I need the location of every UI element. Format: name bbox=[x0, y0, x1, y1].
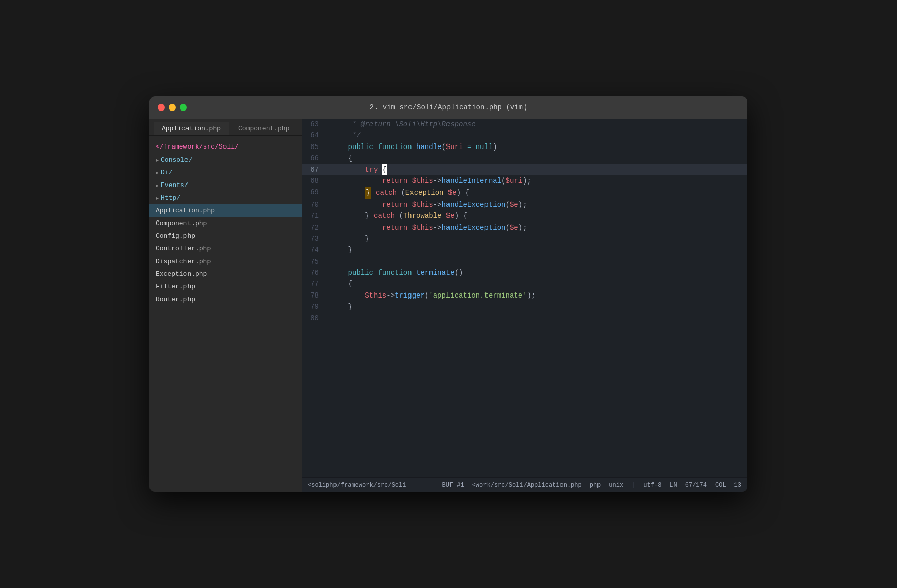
statusbar-sep: | bbox=[631, 482, 635, 489]
line-number: 73 bbox=[302, 233, 327, 244]
line-code: } bbox=[327, 301, 748, 312]
table-row: 69 } catch (Exception $e) { bbox=[302, 187, 748, 199]
table-row: 68 return $this->handleInternal($uri); bbox=[302, 175, 748, 187]
statusbar-encoding: utf-8 bbox=[643, 482, 661, 489]
titlebar: 2. vim src/Soli/Application.php (vim) bbox=[150, 96, 748, 119]
sidebar-file-component[interactable]: Component.php bbox=[150, 217, 302, 230]
line-number: 71 bbox=[302, 210, 327, 222]
sidebar-folder-console[interactable]: ▶ Console/ bbox=[150, 154, 302, 166]
file-label: Controller.php bbox=[156, 245, 211, 252]
sidebar-file-config[interactable]: Config.php bbox=[150, 230, 302, 242]
line-code: } bbox=[327, 233, 748, 244]
line-number: 78 bbox=[302, 290, 327, 301]
line-code: } catch (Exception $e) { bbox=[327, 187, 748, 199]
table-row: 66 { bbox=[302, 153, 748, 164]
code-table: 63 * @return \Soli\Http\Response 64 */ 6… bbox=[302, 119, 748, 324]
statusbar-buf: BUF #1 bbox=[442, 482, 464, 489]
file-tree: </framework/src/Soli/ ▶ Console/ ▶ Di/ ▶… bbox=[150, 136, 302, 492]
statusbar-ln-label: LN bbox=[669, 482, 677, 489]
line-code: public function handle($uri = null) bbox=[327, 141, 748, 153]
line-code: return $this->handleException($e); bbox=[327, 199, 748, 210]
table-row: 76 public function terminate() bbox=[302, 267, 748, 278]
table-row: 80 bbox=[302, 313, 748, 324]
line-number: 70 bbox=[302, 199, 327, 210]
statusbar-left: <soliphp/framework/src/Soli bbox=[308, 482, 406, 489]
line-code: } bbox=[327, 244, 748, 255]
file-label: Application.php bbox=[156, 207, 215, 214]
minimize-button[interactable] bbox=[169, 104, 176, 111]
sidebar-file-application[interactable]: Application.php bbox=[150, 204, 302, 217]
line-number: 77 bbox=[302, 278, 327, 289]
line-code: $this->trigger('application.terminate'); bbox=[327, 290, 748, 301]
table-row: 78 $this->trigger('application.terminate… bbox=[302, 290, 748, 301]
table-row: 77 { bbox=[302, 278, 748, 289]
file-label: Dispatcher.php bbox=[156, 258, 211, 265]
line-number: 68 bbox=[302, 175, 327, 187]
close-button[interactable] bbox=[158, 104, 165, 111]
tab-application-php[interactable]: Application.php bbox=[154, 122, 229, 135]
line-code: */ bbox=[327, 130, 748, 141]
file-label: Router.php bbox=[156, 296, 195, 303]
table-row: 63 * @return \Soli\Http\Response bbox=[302, 119, 748, 130]
sidebar-file-filter[interactable]: Filter.php bbox=[150, 280, 302, 293]
statusbar-filetype: php bbox=[590, 482, 601, 489]
line-number: 69 bbox=[302, 187, 327, 199]
folder-label: Events/ bbox=[161, 181, 189, 189]
line-number: 67 bbox=[302, 164, 327, 175]
line-code: public function terminate() bbox=[327, 267, 748, 278]
table-row: 65 public function handle($uri = null) bbox=[302, 141, 748, 153]
arrow-icon: ▶ bbox=[156, 157, 159, 163]
line-number: 74 bbox=[302, 244, 327, 255]
sidebar-file-dispatcher[interactable]: Dispatcher.php bbox=[150, 255, 302, 268]
line-code: return $this->handleException($e); bbox=[327, 222, 748, 233]
editor-content[interactable]: 63 * @return \Soli\Http\Response 64 */ 6… bbox=[302, 119, 748, 477]
sidebar-file-router[interactable]: Router.php bbox=[150, 293, 302, 306]
traffic-lights bbox=[158, 104, 187, 111]
line-code bbox=[327, 313, 748, 324]
file-label: Config.php bbox=[156, 232, 195, 240]
arrow-icon: ▶ bbox=[156, 195, 159, 201]
line-number: 76 bbox=[302, 267, 327, 278]
maximize-button[interactable] bbox=[180, 104, 187, 111]
sidebar-folder-di[interactable]: ▶ Di/ bbox=[150, 166, 302, 179]
statusbar-right: BUF #1 <work/src/Soli/Application.php ph… bbox=[442, 482, 741, 489]
line-number: 63 bbox=[302, 119, 327, 130]
line-code: return $this->handleInternal($uri); bbox=[327, 175, 748, 187]
sidebar-file-exception[interactable]: Exception.php bbox=[150, 268, 302, 280]
sidebar-path: </framework/src/Soli/ bbox=[150, 140, 302, 154]
line-number: 66 bbox=[302, 153, 327, 164]
sidebar-folder-events[interactable]: ▶ Events/ bbox=[150, 179, 302, 192]
table-row: 74 } bbox=[302, 244, 748, 255]
line-number: 65 bbox=[302, 141, 327, 153]
statusbar: <soliphp/framework/src/Soli BUF #1 <work… bbox=[302, 477, 748, 492]
sidebar-folder-http[interactable]: ▶ Http/ bbox=[150, 192, 302, 204]
editor-area: 63 * @return \Soli\Http\Response 64 */ 6… bbox=[302, 119, 748, 492]
main-window: 2. vim src/Soli/Application.php (vim) Ap… bbox=[150, 96, 748, 492]
line-code bbox=[327, 256, 748, 267]
file-label: Exception.php bbox=[156, 270, 207, 278]
statusbar-format: unix bbox=[609, 482, 623, 489]
line-number: 72 bbox=[302, 222, 327, 233]
folder-label: Http/ bbox=[161, 194, 180, 202]
file-label: Filter.php bbox=[156, 283, 195, 290]
line-code: { bbox=[327, 278, 748, 289]
line-code: { bbox=[327, 153, 748, 164]
line-code: * @return \Soli\Http\Response bbox=[327, 119, 748, 130]
file-tab-bar: Application.php Component.php composer.j… bbox=[150, 119, 302, 136]
table-row: 75 bbox=[302, 256, 748, 267]
folder-label: Di/ bbox=[161, 169, 172, 176]
table-row: 70 return $this->handleException($e); bbox=[302, 199, 748, 210]
line-number: 80 bbox=[302, 313, 327, 324]
table-row: 73 } bbox=[302, 233, 748, 244]
sidebar-file-controller[interactable]: Controller.php bbox=[150, 242, 302, 255]
table-row: 67 try { bbox=[302, 164, 748, 175]
statusbar-col-value: 13 bbox=[734, 482, 741, 489]
line-code: try { bbox=[327, 164, 748, 175]
line-number: 64 bbox=[302, 130, 327, 141]
arrow-icon: ▶ bbox=[156, 182, 159, 189]
table-row: 79 } bbox=[302, 301, 748, 312]
table-row: 72 return $this->handleException($e); bbox=[302, 222, 748, 233]
tab-component-php[interactable]: Component.php bbox=[230, 122, 297, 135]
line-code: } catch (Throwable $e) { bbox=[327, 210, 748, 222]
statusbar-file: <work/src/Soli/Application.php bbox=[472, 482, 582, 489]
